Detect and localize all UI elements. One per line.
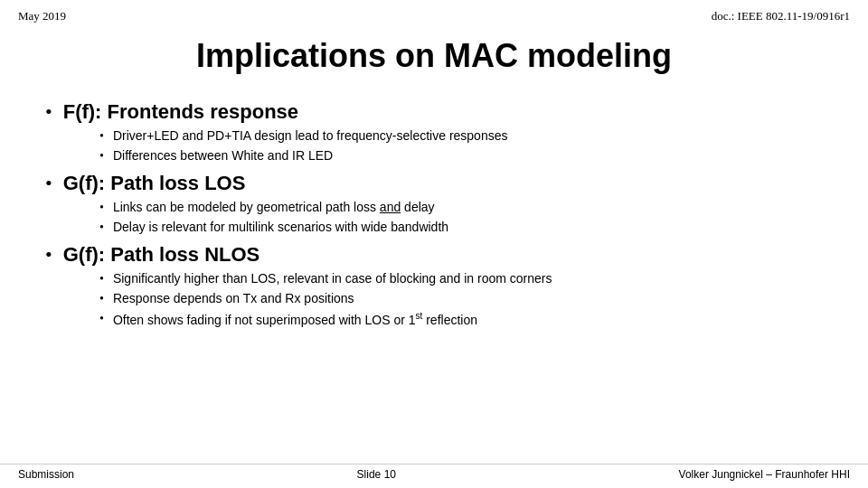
sub-bullet-2-2: • Delay is relevant for multilink scenar…: [99, 219, 823, 237]
sub-symbol: •: [99, 201, 104, 215]
bullet-text-1: F(f): Frontends response: [63, 100, 298, 124]
sub-symbol: •: [99, 221, 104, 235]
sub-text-1-2: Differences between White and IR LED: [113, 147, 333, 165]
sub-bullet-3-3: • Often shows fading if not superimposed…: [99, 310, 823, 329]
header: May 2019 doc.: IEEE 802.11-19/0916r1: [0, 0, 868, 28]
sub-symbol: •: [99, 129, 104, 144]
footer-right: Volker Jungnickel – Fraunhofer HHI: [679, 468, 850, 481]
sub-text-2-1: Links can be modeled by geometrical path…: [113, 199, 435, 217]
sub-bullets-2: • Links can be modeled by geometrical pa…: [99, 199, 823, 236]
sub-text-3-1: Significantly higher than LOS, relevant …: [113, 270, 552, 288]
sub-text-3-2: Response depends on Tx and Rx positions: [113, 290, 354, 308]
sub-text-2-2: Delay is relevant for multilink scenario…: [113, 219, 448, 237]
header-doc: doc.: IEEE 802.11-19/0916r1: [712, 9, 850, 23]
bullet-symbol-3: •: [45, 245, 52, 265]
bullet-text-2: G(f): Path loss LOS: [63, 172, 246, 195]
sub-symbol: •: [99, 292, 104, 306]
sub-symbol: •: [99, 312, 104, 326]
sub-text-1-1: Driver+LED and PD+TIA design lead to fre…: [113, 127, 508, 145]
bullet-1: • F(f): Frontends response: [45, 100, 823, 124]
sub-bullet-3-1: • Significantly higher than LOS, relevan…: [99, 270, 823, 288]
bullet-2: • G(f): Path loss LOS: [45, 172, 823, 195]
sub-symbol: •: [99, 272, 104, 286]
header-date: May 2019: [18, 9, 66, 23]
title-section: Implications on MAC modeling: [0, 28, 868, 89]
sub-bullet-3-2: • Response depends on Tx and Rx position…: [99, 290, 823, 308]
bullet-symbol-1: •: [45, 102, 52, 122]
sub-bullets-1: • Driver+LED and PD+TIA design lead to f…: [99, 127, 823, 164]
sub-symbol: •: [99, 149, 104, 164]
footer: Submission Slide 10 Volker Jungnickel – …: [0, 464, 868, 481]
sub-bullets-3: • Significantly higher than LOS, relevan…: [99, 270, 823, 328]
sub-bullet-1-1: • Driver+LED and PD+TIA design lead to f…: [99, 127, 823, 145]
bullet-text-3: G(f): Path loss NLOS: [63, 243, 260, 267]
main-title: Implications on MAC modeling: [36, 37, 832, 75]
footer-left: Submission: [18, 468, 74, 481]
content: • F(f): Frontends response • Driver+LED …: [0, 89, 868, 339]
sub-text-3-3: Often shows fading if not superimposed w…: [113, 310, 477, 329]
bullet-3: • G(f): Path loss NLOS: [45, 243, 823, 267]
sub-bullet-1-2: • Differences between White and IR LED: [99, 147, 823, 165]
bullet-symbol-2: •: [45, 174, 52, 193]
sub-bullet-2-1: • Links can be modeled by geometrical pa…: [99, 199, 823, 217]
footer-center: Slide 10: [357, 468, 396, 481]
